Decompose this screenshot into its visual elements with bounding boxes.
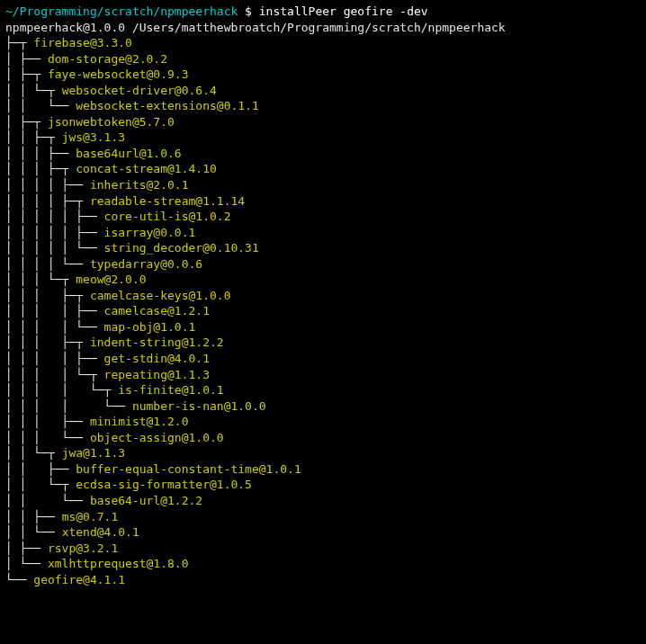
package-name: number-is-nan@1.0.0 (132, 399, 266, 413)
tree-line: │ │ ├─┬ jws@3.1.3 (5, 130, 641, 146)
tree-line: │ │ │ │ └─┬ repeating@1.1.3 (5, 367, 641, 383)
prompt-symbol: $ (245, 4, 252, 18)
tree-branch: │ │ │ ├── (5, 415, 90, 428)
tree-branch: │ │ │ │ ├── (5, 304, 104, 318)
package-name: websocket-extensions@0.1.1 (76, 99, 259, 112)
tree-line: │ │ ├── buffer-equal-constant-time@1.0.1 (5, 461, 641, 478)
tree-branch: └── (5, 573, 33, 586)
tree-line: │ │ │ │ └─┬ is-finite@1.0.1 (5, 382, 641, 398)
package-name: base64url@1.0.6 (76, 147, 181, 160)
tree-line: │ │ │ │ │ └── string_decoder@0.10.31 (5, 240, 641, 256)
prompt-line: ~/Programming/scratch/npmpeerhack $ inst… (5, 4, 641, 20)
tree-branch: │ │ │ │ └── (5, 320, 104, 334)
dependency-tree: ├─┬ firebase@3.3.0│ ├── dom-storage@2.0.… (5, 35, 641, 587)
package-name: websocket-driver@0.6.4 (62, 84, 217, 97)
package-name: camelcase@1.2.1 (104, 304, 210, 318)
package-name: xtend@4.0.1 (62, 525, 139, 539)
tree-line: │ │ └─┬ websocket-driver@0.6.4 (5, 83, 641, 99)
tree-line: │ │ │ │ │ ├── isarray@0.0.1 (5, 225, 641, 241)
package-name: get-stdin@4.0.1 (104, 352, 210, 365)
tree-line: │ │ │ │ └── typedarray@0.0.6 (5, 256, 641, 273)
package-name: object-assign@1.0.0 (90, 431, 224, 444)
tree-line: │ ├── rsvp@3.2.1 (5, 541, 641, 557)
tree-branch: │ ├── (5, 541, 48, 555)
tree-line: │ │ │ │ └── map-obj@1.0.1 (5, 319, 641, 335)
tree-line: │ │ │ ├── base64url@1.0.6 (5, 146, 641, 162)
tree-line: ├─┬ firebase@3.3.0 (5, 35, 641, 51)
tree-branch: │ │ └── (5, 494, 90, 507)
tree-line: │ │ └─┬ ecdsa-sig-formatter@1.0.5 (5, 477, 641, 493)
package-name: core-util-is@1.0.2 (104, 210, 231, 223)
tree-branch: │ │ │ │ ├── (5, 352, 104, 365)
tree-line: │ │ │ │ ├── inherits@2.0.1 (5, 177, 641, 193)
package-name: jwa@1.1.3 (62, 446, 125, 460)
tree-branch: ├─┬ (5, 36, 33, 49)
package-name: indent-string@1.2.2 (90, 335, 224, 349)
package-name: string_decoder@0.10.31 (104, 241, 259, 255)
tree-branch: │ │ │ │ └─┬ (5, 368, 104, 381)
tree-line: │ ├── dom-storage@2.0.2 (5, 51, 641, 67)
prompt-path: ~/Programming/scratch/npmpeerhack (5, 4, 238, 18)
tree-line: │ │ └── xtend@4.0.1 (5, 524, 641, 541)
tree-branch: │ └── (5, 557, 48, 570)
tree-line: │ │ │ │ ├─┬ readable-stream@1.1.14 (5, 193, 641, 210)
tree-branch: │ │ └─┬ (5, 478, 76, 491)
package-name: base64-url@1.2.2 (90, 494, 202, 507)
tree-branch: │ │ │ ├── (5, 147, 76, 160)
package-name: ms@0.7.1 (62, 510, 119, 523)
tree-line: │ │ └── websocket-extensions@0.1.1 (5, 98, 641, 114)
package-name: camelcase-keys@1.0.0 (90, 289, 231, 302)
tree-branch: │ │ ├── (5, 510, 62, 523)
header-line: npmpeerhack@1.0.0 /Users/matthewbroatch/… (5, 20, 641, 36)
tree-branch: │ │ │ └── (5, 431, 90, 444)
tree-line: │ ├─┬ jsonwebtoken@5.7.0 (5, 114, 641, 130)
tree-line: │ │ │ ├── minimist@1.2.0 (5, 414, 641, 430)
tree-line: │ │ ├── ms@0.7.1 (5, 509, 641, 525)
package-name: rsvp@3.2.1 (48, 541, 118, 555)
package-name: geofire@4.1.1 (33, 573, 125, 586)
tree-branch: │ │ ├── (5, 462, 76, 476)
tree-branch: │ │ │ │ └── (5, 257, 90, 271)
package-name: map-obj@1.0.1 (104, 320, 196, 334)
package-name: meow@2.0.0 (76, 273, 146, 286)
tree-line: │ │ │ │ └── number-is-nan@1.0.0 (5, 398, 641, 415)
tree-branch: │ │ │ │ └── (5, 399, 132, 413)
tree-branch: │ │ └─┬ (5, 84, 62, 97)
tree-branch: │ │ │ │ │ ├── (5, 226, 104, 239)
package-name: minimist@1.2.0 (90, 415, 189, 428)
tree-line: │ │ └── base64-url@1.2.2 (5, 493, 641, 509)
tree-branch: │ │ │ │ │ ├── (5, 210, 104, 223)
package-name: is-finite@1.0.1 (118, 383, 223, 397)
tree-branch: │ │ │ │ ├── (5, 178, 90, 192)
package-name: dom-storage@2.0.2 (48, 52, 167, 66)
command-text[interactable]: installPeer geofire -dev (259, 4, 428, 18)
package-name: repeating@1.1.3 (104, 368, 210, 381)
tree-branch: │ │ │ │ │ └── (5, 241, 104, 255)
tree-branch: │ │ │ └─┬ (5, 273, 76, 286)
tree-line: │ └── xmlhttprequest@1.8.0 (5, 556, 641, 572)
tree-branch: │ │ │ ├─┬ (5, 289, 90, 302)
tree-line: │ │ └─┬ jwa@1.1.3 (5, 445, 641, 461)
tree-branch: │ ├─┬ (5, 67, 48, 81)
tree-branch: │ │ │ ├─┬ (5, 162, 76, 175)
tree-branch: │ │ │ ├─┬ (5, 335, 90, 349)
tree-branch: │ ├── (5, 52, 48, 66)
tree-line: │ │ │ │ ├── camelcase@1.2.1 (5, 303, 641, 319)
tree-line: │ │ │ └── object-assign@1.0.0 (5, 430, 641, 446)
tree-branch: │ ├─┬ (5, 115, 48, 129)
tree-branch: │ │ │ │ └─┬ (5, 383, 118, 397)
tree-line: │ ├─┬ faye-websocket@0.9.3 (5, 67, 641, 83)
tree-line: │ │ │ │ ├── get-stdin@4.0.1 (5, 351, 641, 367)
tree-line: │ │ │ │ │ ├── core-util-is@1.0.2 (5, 209, 641, 225)
package-name: jws@3.1.3 (62, 130, 125, 144)
tree-line: │ │ │ ├─┬ indent-string@1.2.2 (5, 335, 641, 351)
tree-branch: │ │ ├─┬ (5, 130, 62, 144)
package-name: buffer-equal-constant-time@1.0.1 (76, 462, 301, 476)
package-name: firebase@3.3.0 (33, 36, 132, 49)
package-name: typedarray@0.0.6 (90, 257, 202, 271)
tree-line: └── geofire@4.1.1 (5, 572, 641, 588)
package-name: faye-websocket@0.9.3 (48, 67, 189, 81)
package-name: readable-stream@1.1.14 (90, 194, 245, 208)
tree-line: │ │ │ ├─┬ camelcase-keys@1.0.0 (5, 288, 641, 304)
package-name: concat-stream@1.4.10 (76, 162, 217, 175)
